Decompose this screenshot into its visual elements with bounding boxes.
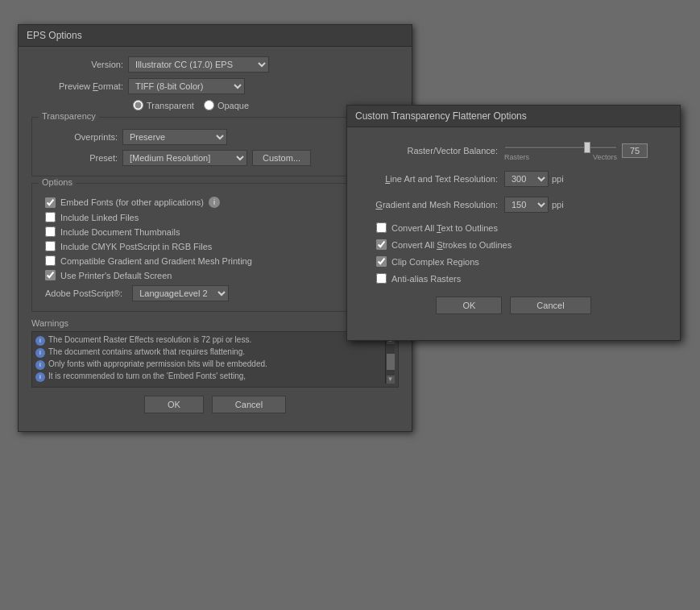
ctfo-dialog: Custom Transparency Flattener Options Ra… xyxy=(346,105,681,341)
include-cmyk-checkbox[interactable] xyxy=(45,241,56,251)
postscript-row: Adobe PostScript®: LanguageLevel 2 xyxy=(45,285,388,301)
line-art-label: Line Art and Text Resolution: xyxy=(363,174,504,184)
preview-format-row: Preview Format: TIFF (8-bit Color) xyxy=(31,78,399,94)
include-thumbnails-row: Include Document Thumbnails xyxy=(45,226,388,237)
embed-fonts-label[interactable]: Embed Fonts (for other applications) xyxy=(60,197,204,207)
use-printer-checkbox[interactable] xyxy=(45,270,56,280)
ctfo-dialog-buttons: OK Cancel xyxy=(363,297,664,327)
eps-cancel-button[interactable]: Cancel xyxy=(212,396,286,413)
vectors-label: Vectors xyxy=(593,153,617,161)
info-icon[interactable]: i xyxy=(209,197,220,208)
warning-item-1: i The Document Raster Effects resolution… xyxy=(35,335,385,346)
use-printer-label[interactable]: Use Printer's Default Screen xyxy=(60,271,172,280)
line-art-row: Line Art and Text Resolution: 300 150 60… xyxy=(363,171,664,187)
ctfo-title: Custom Transparency Flattener Options xyxy=(355,110,527,122)
version-label: Version: xyxy=(31,60,128,69)
custom-button[interactable]: Custom... xyxy=(252,150,311,166)
warning-item-2: i The document contains artwork that req… xyxy=(35,347,385,358)
convert-text-checkbox[interactable] xyxy=(376,222,387,233)
warnings-scrollbar[interactable]: ▲ ▼ xyxy=(385,335,395,384)
slider-container: Rasters Vectors 75 xyxy=(504,140,664,161)
anti-alias-label[interactable]: Anti-alias Rasters xyxy=(391,274,461,284)
eps-title: EPS Options xyxy=(27,30,82,41)
opaque-radio-label[interactable]: Opaque xyxy=(204,100,249,110)
ctfo-title-bar: Custom Transparency Flattener Options xyxy=(347,106,680,127)
include-cmyk-row: Include CMYK PostScript in RGB Files xyxy=(45,241,388,251)
compatible-gradient-row: Compatible Gradient and Gradient Mesh Pr… xyxy=(45,255,388,266)
warnings-section: Warnings i The Document Raster Effects r… xyxy=(31,318,399,388)
clip-complex-row: Clip Complex Regions xyxy=(376,256,664,267)
slider-value-box: 75 xyxy=(622,143,648,158)
line-art-select[interactable]: 300 150 600 xyxy=(504,171,549,187)
transparency-section-title: Transparency xyxy=(39,111,99,121)
preset-row: Preset: [Medium Resolution] Custom... xyxy=(42,150,388,166)
clip-complex-label[interactable]: Clip Complex Regions xyxy=(391,257,479,267)
warning-icon-2: i xyxy=(35,348,45,358)
convert-strokes-row: Convert All Strokes to Outlines xyxy=(376,239,664,250)
warning-icon-1: i xyxy=(35,336,45,346)
include-cmyk-label[interactable]: Include CMYK PostScript in RGB Files xyxy=(60,242,212,251)
slider-track-wrapper xyxy=(504,140,617,151)
warnings-title: Warnings xyxy=(31,318,399,328)
compatible-gradient-checkbox[interactable] xyxy=(45,255,56,266)
convert-text-label[interactable]: Convert All Text to Outlines xyxy=(391,223,498,233)
include-linked-checkbox[interactable] xyxy=(45,212,56,222)
warning-item-4: i It is recommended to turn on the 'Embe… xyxy=(35,371,385,382)
opaque-radio[interactable] xyxy=(204,100,214,110)
options-title: Options xyxy=(39,177,76,187)
eps-title-bar: EPS Options xyxy=(19,25,412,47)
anti-alias-row: Anti-alias Rasters xyxy=(376,273,664,284)
include-thumbnails-checkbox[interactable] xyxy=(45,226,56,237)
ctfo-ok-button[interactable]: OK xyxy=(436,297,502,314)
rasters-label: Rasters xyxy=(504,153,529,161)
warning-icon-3: i xyxy=(35,360,45,370)
warnings-content: i The Document Raster Effects resolution… xyxy=(35,335,385,384)
preset-select[interactable]: [Medium Resolution] xyxy=(122,150,247,166)
gradient-label: Gradient and Mesh Resolution: xyxy=(363,200,504,210)
embed-fonts-row: Embed Fonts (for other applications) i xyxy=(45,197,388,208)
ctfo-cancel-button[interactable]: Cancel xyxy=(510,297,590,314)
gradient-select[interactable]: 150 75 300 xyxy=(504,197,549,213)
slider-labels: Rasters Vectors xyxy=(504,153,617,161)
raster-vector-label: Raster/Vector Balance: xyxy=(363,146,504,156)
embed-fonts-checkbox[interactable] xyxy=(45,197,56,208)
warning-icon-4: i xyxy=(35,372,45,382)
scrollbar-thumb[interactable] xyxy=(387,354,395,370)
convert-text-row: Convert All Text to Outlines xyxy=(376,222,664,233)
use-printer-row: Use Printer's Default Screen xyxy=(45,270,388,280)
raster-vector-slider[interactable] xyxy=(504,146,617,149)
anti-alias-checkbox[interactable] xyxy=(376,273,387,284)
preview-format-select[interactable]: TIFF (8-bit Color) xyxy=(128,78,245,94)
postscript-label: Adobe PostScript®: xyxy=(45,288,122,298)
eps-ok-button[interactable]: OK xyxy=(144,396,204,413)
warning-item-3: i Only fonts with appropriate permission… xyxy=(35,359,385,370)
include-thumbnails-label[interactable]: Include Document Thumbnails xyxy=(60,227,180,237)
transparent-radio-label[interactable]: Transparent xyxy=(133,100,194,110)
convert-strokes-label[interactable]: Convert All Strokes to Outlines xyxy=(391,240,512,250)
gradient-row: Gradient and Mesh Resolution: 150 75 300… xyxy=(363,197,664,213)
postscript-select[interactable]: LanguageLevel 2 xyxy=(132,285,229,301)
include-linked-label[interactable]: Include Linked Files xyxy=(60,213,139,222)
overprints-row: Overprints: Preserve xyxy=(42,129,388,145)
preview-format-label: Preview Format: xyxy=(31,81,128,91)
preset-label: Preset: xyxy=(42,153,122,163)
gradient-unit: ppi xyxy=(552,200,564,210)
clip-complex-checkbox[interactable] xyxy=(376,256,387,267)
slider-wrapper: Rasters Vectors xyxy=(504,140,617,161)
overprints-select[interactable]: Preserve xyxy=(122,129,227,145)
convert-strokes-checkbox[interactable] xyxy=(376,239,387,250)
transparent-radio[interactable] xyxy=(133,100,143,110)
version-select[interactable]: Illustrator CC (17.0) EPS xyxy=(128,56,269,73)
version-row: Version: Illustrator CC (17.0) EPS xyxy=(31,56,399,73)
eps-dialog-buttons: OK Cancel xyxy=(31,396,399,413)
compatible-gradient-label[interactable]: Compatible Gradient and Gradient Mesh Pr… xyxy=(60,256,252,266)
line-art-unit: ppi xyxy=(552,174,564,184)
transparency-section: Transparency Overprints: Preserve Preset… xyxy=(31,117,399,176)
include-linked-row: Include Linked Files xyxy=(45,212,388,222)
raster-vector-row: Raster/Vector Balance: Rasters Vectors 7… xyxy=(363,140,664,161)
overprints-label: Overprints: xyxy=(42,132,122,142)
warnings-box: i The Document Raster Effects resolution… xyxy=(31,331,399,388)
options-section: Options Embed Fonts (for other applicati… xyxy=(31,183,399,312)
